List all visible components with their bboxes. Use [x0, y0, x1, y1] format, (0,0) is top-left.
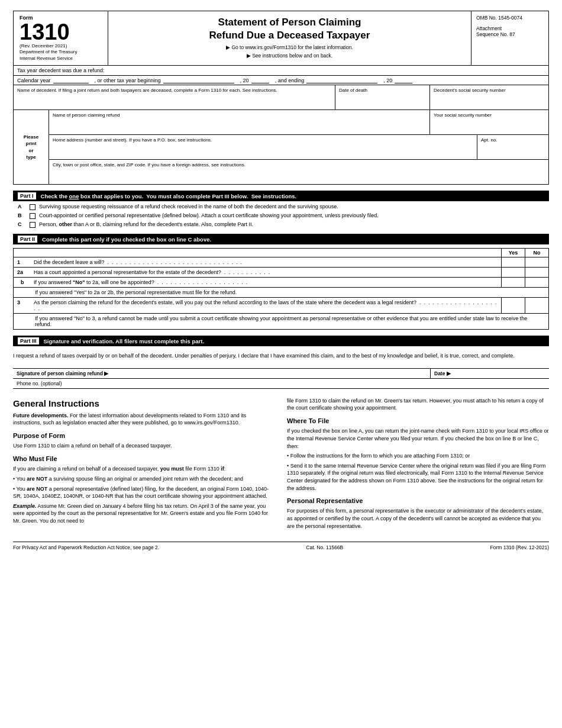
checkbox-a[interactable]: [30, 204, 35, 210]
part1-badge: Part I: [18, 192, 36, 199]
note-2b: If you answered "Yes" to 2a or 2b, the p…: [14, 288, 548, 298]
city-field[interactable]: [53, 173, 545, 182]
decedent-ssn-label: Decedent's social security number: [434, 88, 545, 93]
part3-title: Signature and verification. All filers m…: [44, 338, 205, 344]
q1-yn: [501, 257, 548, 267]
pt2-row-3: 3 As the person claiming the refund for …: [14, 298, 548, 314]
other-tax-year-label: , or other tax year beginning: [95, 78, 161, 83]
purpose-text: Use Form 1310 to claim a refund on behal…: [13, 442, 275, 450]
aptno-label: Apt. no.: [481, 137, 545, 143]
your-ssn-field[interactable]: [434, 124, 545, 132]
q2a-yes-box[interactable]: [501, 268, 525, 277]
future-dev-bold: Future developments.: [13, 413, 69, 418]
checkbox-c[interactable]: [30, 222, 35, 228]
name-ssn-row: Name of person claiming refund Your soci…: [49, 110, 548, 135]
where-bullet2: • Send it to the same Internal Revenue S…: [287, 462, 549, 492]
who-intro: If you are claiming a refund on behalf o…: [13, 465, 275, 473]
purpose-heading: Purpose of Form: [13, 431, 275, 440]
signature-row: Signature of person claiming refund ▶ Da…: [13, 368, 549, 379]
note-2b-text: If you answered "Yes" to 2a or 2b, the p…: [35, 289, 237, 295]
date-label: Date ▶: [434, 371, 451, 376]
q2b-no-box[interactable]: [525, 278, 548, 287]
line-b-text: Court-appointed or certified personal re…: [39, 212, 549, 218]
q1-no-box[interactable]: [525, 257, 548, 267]
part3-text: I request a refund of taxes overpaid by …: [13, 349, 549, 363]
sig-label: Signature of person claiming refund ▶: [17, 371, 108, 376]
see-text: ▶ See instructions below and on back.: [114, 53, 465, 59]
part2-title: Complete this part only if you checked t…: [42, 236, 211, 243]
q2b-num: b: [14, 278, 31, 287]
q2a-no-box[interactable]: [525, 268, 548, 277]
decedent-name-label: Name of decedent. If filing a joint retu…: [17, 88, 331, 93]
omb-block: OMB No. 1545-0074 Attachment Sequence No…: [471, 11, 548, 65]
part1-title: Check the one box that applies to you. Y…: [41, 193, 297, 199]
pt2-row-2b: b If you answered "No" to 2a, will one b…: [14, 278, 548, 288]
your-ssn-cell: Your social security number: [430, 110, 548, 134]
footer-right: Form 1310 (Rev. 12-2021): [490, 545, 549, 550]
calendar-year-field[interactable]: [53, 77, 89, 83]
instructions-left-col: General Instructions Future developments…: [13, 397, 275, 533]
example-para: Example. Assume Mr. Green died on Januar…: [13, 502, 275, 525]
year-start-2digit[interactable]: [251, 77, 269, 83]
date-of-death-cell: Date of death: [335, 85, 430, 109]
q2a-num: 2a: [14, 268, 31, 277]
where-bullet1: • Follow the instructions for the form t…: [287, 452, 549, 460]
address-field[interactable]: [53, 149, 473, 157]
year-end-2digit[interactable]: [395, 77, 412, 83]
q3-no-box[interactable]: [525, 298, 548, 313]
where-text: If you checked the box on line A, you ca…: [287, 427, 549, 450]
year-end-field[interactable]: [306, 77, 377, 83]
checkbox-b[interactable]: [30, 213, 35, 219]
note-3: If you answered "No" to 3, a refund cann…: [14, 314, 548, 329]
general-instructions-heading: General Instructions: [13, 397, 275, 410]
who-bullet2: • You are NOT a personal representative …: [13, 485, 275, 500]
q2a-yn: [501, 268, 548, 277]
check-line-a: A Surviving spouse requesting reissuance…: [13, 204, 549, 210]
decedent-ssn-cell: Decedent's social security number: [430, 85, 548, 109]
part3-badge: Part III: [18, 337, 39, 344]
date-cell: Date ▶: [431, 369, 549, 378]
print-content: Name of person claiming refund Your soci…: [49, 110, 548, 184]
please-print-label: Please print or type: [14, 110, 49, 184]
pt2-row-1: 1 Did the decedent leave a will? . . . .…: [14, 257, 548, 268]
who-bullet1: • You are NOT a surviving spouse filing …: [13, 475, 275, 483]
attachment-label: Attachment: [476, 25, 544, 31]
decedent-ssn-field[interactable]: [434, 99, 545, 107]
pt2-yn-header-row: Yes No: [14, 249, 548, 257]
decedent-row: Name of decedent. If filing a joint retu…: [13, 85, 549, 110]
aptno-field[interactable]: [481, 149, 545, 157]
signature-cell: Signature of person claiming refund ▶: [13, 369, 431, 378]
comma20b: , 20: [383, 78, 392, 83]
name-claiming-field[interactable]: [53, 124, 426, 132]
no-header: No: [525, 249, 548, 257]
calendar-label: Calendar year: [17, 78, 51, 83]
tax-year-label: Tax year decedent was due a refund:: [17, 67, 105, 73]
instructions-section: General Instructions Future developments…: [13, 397, 549, 533]
goto-text: ▶ Go to www.irs.gov/Form1310 for the lat…: [114, 44, 465, 50]
q2b-text: If you answered "No" to 2a, will one be …: [31, 278, 501, 287]
address-label: Home address (number and street). If you…: [53, 137, 473, 143]
omb-number: OMB No. 1545-0074: [476, 15, 544, 21]
date-of-death-field[interactable]: [339, 99, 426, 107]
other-year-start-field[interactable]: [163, 77, 234, 83]
decedent-name-field[interactable]: [17, 99, 331, 107]
form-rev: (Rev. December 2021): [20, 43, 102, 49]
line-a-letter: A: [18, 204, 30, 210]
q3-yes-box[interactable]: [501, 298, 525, 313]
example-cont-text: file Form 1310 to claim the refund on Mr…: [287, 397, 549, 412]
address-row: Home address (number and street). If you…: [49, 135, 548, 160]
q2b-yes-box[interactable]: [501, 278, 525, 287]
name-claiming-label: Name of person claiming refund: [53, 112, 426, 118]
form-irs: Internal Revenue Service: [20, 56, 102, 62]
aptno-cell: Apt. no.: [477, 135, 548, 159]
your-ssn-label: Your social security number: [434, 112, 545, 118]
line-c-text: Person, other than A or B, claiming refu…: [39, 221, 549, 227]
decedent-name-cell: Name of decedent. If filing a joint retu…: [14, 85, 335, 109]
calendar-row: Calendar year , or other tax year beginn…: [13, 76, 549, 85]
check-line-c: C Person, other than A or B, claiming re…: [13, 221, 549, 228]
part3-header: Part III Signature and verification. All…: [13, 336, 549, 346]
part2-badge: Part II: [18, 236, 37, 243]
pt2-yn-header: Yes No: [501, 249, 548, 257]
q1-yes-box[interactable]: [501, 257, 525, 267]
phone-label: Phone no. (optional): [17, 381, 62, 386]
